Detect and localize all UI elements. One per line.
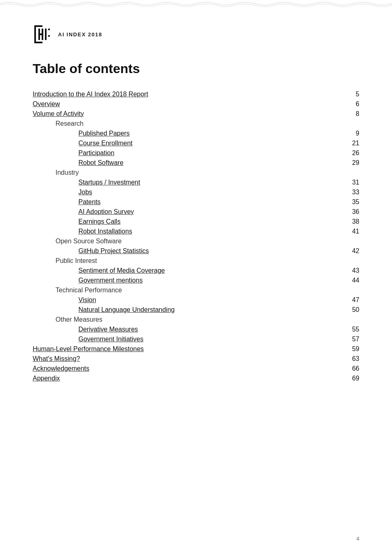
- toc-page-number: 36: [347, 208, 359, 216]
- toc-row: Industry: [33, 168, 359, 178]
- toc-row: Robot Installations41: [33, 227, 359, 236]
- toc-link[interactable]: Derivative Measures: [78, 326, 138, 333]
- toc-row: AI Adoption Survey36: [33, 207, 359, 217]
- svg-rect-1: [34, 25, 42, 27]
- toc-section-header: Industry: [33, 169, 359, 176]
- toc-row: Technical Performance: [33, 285, 359, 295]
- toc-row: Earnings Calls38: [33, 217, 359, 227]
- toc-page-number: 31: [347, 179, 359, 186]
- toc-link[interactable]: Government mentions: [78, 277, 143, 284]
- svg-rect-0: [34, 25, 36, 43]
- toc-link[interactable]: Startups / Investment: [78, 179, 140, 186]
- toc-page-number: 38: [347, 218, 359, 225]
- toc-row: Other Measures: [33, 315, 359, 325]
- toc-page-number: 6: [347, 100, 359, 108]
- svg-rect-5: [38, 33, 43, 35]
- toc-row: Course Enrollment21: [33, 138, 359, 148]
- svg-rect-7: [48, 29, 50, 30]
- toc-link[interactable]: Appendix: [33, 375, 60, 382]
- svg-rect-6: [45, 29, 47, 40]
- toc-row: Overview6: [33, 99, 359, 109]
- toc-section-header: Research: [33, 120, 359, 127]
- toc-row: What's Missing?63: [33, 354, 359, 364]
- toc-link[interactable]: Vision: [78, 296, 96, 303]
- toc-link[interactable]: GitHub Project Statistics: [78, 247, 149, 254]
- toc-page-number: 42: [347, 247, 359, 255]
- toc-row: Published Papers9: [33, 129, 359, 138]
- toc-link[interactable]: Published Papers: [78, 130, 129, 137]
- toc-link[interactable]: Jobs: [78, 189, 92, 196]
- toc-row: Natural Language Understanding50: [33, 305, 359, 315]
- toc-list: Introduction to the AI Index 2018 Report…: [33, 89, 359, 383]
- toc-row: Participation26: [33, 148, 359, 158]
- toc-page-number: 57: [347, 336, 359, 343]
- toc-row: Robot Software29: [33, 158, 359, 168]
- toc-link[interactable]: AI Adoption Survey: [78, 208, 134, 215]
- toc-row: Derivative Measures55: [33, 325, 359, 334]
- toc-row: Introduction to the AI Index 2018 Report…: [33, 89, 359, 99]
- toc-page-number: 9: [347, 130, 359, 137]
- toc-page-number: 59: [347, 345, 359, 353]
- toc-row: Government mentions44: [33, 276, 359, 285]
- toc-page-number: 55: [347, 326, 359, 333]
- toc-row: Government Initiatives57: [33, 334, 359, 344]
- toc-link[interactable]: Robot Software: [78, 159, 123, 166]
- toc-row: Research: [33, 119, 359, 129]
- toc-title: Table of contents: [33, 61, 359, 76]
- toc-row: GitHub Project Statistics42: [33, 246, 359, 256]
- toc-page-number: 26: [347, 149, 359, 157]
- toc-row: Startups / Investment31: [33, 178, 359, 187]
- toc-section-header: Open Source Software: [33, 238, 359, 245]
- toc-page-number: 41: [347, 228, 359, 235]
- toc-link[interactable]: Human-Level Performance Milestones: [33, 345, 144, 352]
- toc-page-number: 5: [347, 91, 359, 98]
- toc-row: Jobs33: [33, 187, 359, 197]
- toc-page-number: 47: [347, 296, 359, 304]
- toc-row: Sentiment of Media Coverage43: [33, 266, 359, 276]
- toc-section-header: Other Measures: [33, 316, 359, 323]
- toc-link[interactable]: Overview: [33, 100, 60, 107]
- toc-link[interactable]: Patents: [78, 198, 100, 205]
- toc-link[interactable]: Participation: [78, 149, 114, 156]
- toc-link[interactable]: What's Missing?: [33, 355, 80, 362]
- toc-row: Appendix69: [33, 374, 359, 383]
- toc-page-number: 35: [347, 198, 359, 206]
- toc-section-header: Technical Performance: [33, 287, 359, 294]
- logo-text: AI INDEX 2018: [58, 31, 102, 38]
- toc-page-number: 43: [347, 267, 359, 274]
- toc-row: Human-Level Performance Milestones59: [33, 344, 359, 354]
- toc-link[interactable]: Government Initiatives: [78, 336, 143, 343]
- toc-page-number: 8: [347, 110, 359, 118]
- toc-page-number: 63: [347, 355, 359, 363]
- toc-link[interactable]: Volume of Activity: [33, 110, 84, 117]
- toc-link[interactable]: Earnings Calls: [78, 218, 120, 225]
- toc-link[interactable]: Natural Language Understanding: [78, 306, 175, 313]
- toc-page-number: 29: [347, 159, 359, 167]
- decorative-top-border: [0, 0, 392, 7]
- toc-link[interactable]: Course Enrollment: [78, 140, 133, 147]
- toc-link[interactable]: Sentiment of Media Coverage: [78, 267, 165, 274]
- toc-row: Volume of Activity8: [33, 109, 359, 119]
- logo-area: AI INDEX 2018: [33, 24, 359, 45]
- toc-row: Vision47: [33, 295, 359, 305]
- toc-section-header: Public Interest: [33, 257, 359, 265]
- toc-page-number: 69: [347, 375, 359, 382]
- toc-page-number: 33: [347, 189, 359, 196]
- page-number: 4: [356, 536, 359, 542]
- toc-row: Public Interest: [33, 256, 359, 266]
- toc-link[interactable]: Acknowledgements: [33, 365, 89, 372]
- ai-logo-icon: [33, 24, 54, 45]
- svg-rect-8: [48, 35, 50, 37]
- toc-row: Patents35: [33, 197, 359, 207]
- toc-page-number: 66: [347, 365, 359, 372]
- svg-rect-2: [34, 42, 42, 43]
- toc-link[interactable]: Robot Installations: [78, 228, 132, 235]
- toc-row: Acknowledgements66: [33, 364, 359, 374]
- toc-page-number: 44: [347, 277, 359, 284]
- toc-page-number: 21: [347, 140, 359, 147]
- toc-link[interactable]: Introduction to the AI Index 2018 Report: [33, 91, 148, 98]
- toc-row: Open Source Software: [33, 236, 359, 246]
- toc-page-number: 50: [347, 306, 359, 314]
